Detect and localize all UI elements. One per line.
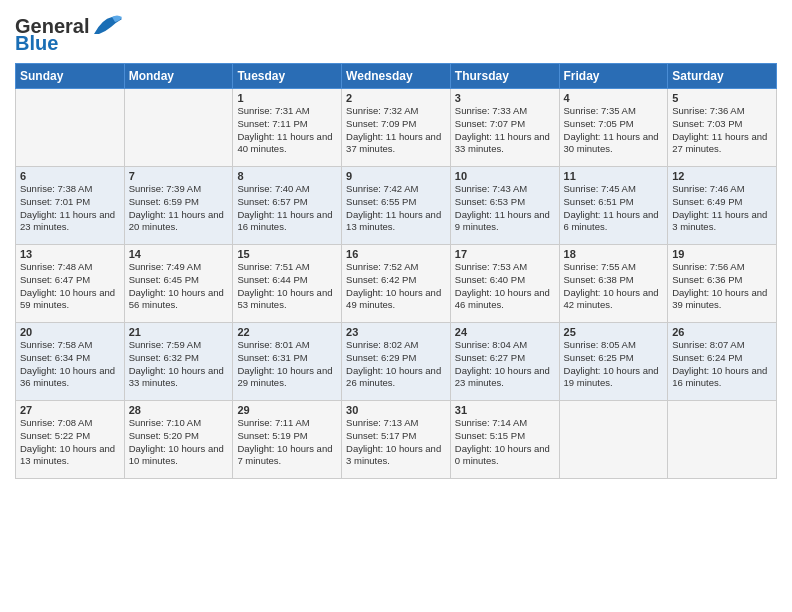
day-number: 14 [129,248,229,260]
calendar-cell: 22Sunrise: 8:01 AM Sunset: 6:31 PM Dayli… [233,323,342,401]
col-header-monday: Monday [124,64,233,89]
week-row: 1Sunrise: 7:31 AM Sunset: 7:11 PM Daylig… [16,89,777,167]
calendar-cell: 15Sunrise: 7:51 AM Sunset: 6:44 PM Dayli… [233,245,342,323]
calendar-cell: 30Sunrise: 7:13 AM Sunset: 5:17 PM Dayli… [342,401,451,479]
calendar-cell: 6Sunrise: 7:38 AM Sunset: 7:01 PM Daylig… [16,167,125,245]
calendar-cell: 8Sunrise: 7:40 AM Sunset: 6:57 PM Daylig… [233,167,342,245]
calendar-cell [16,89,125,167]
day-number: 5 [672,92,772,104]
calendar-cell: 2Sunrise: 7:32 AM Sunset: 7:09 PM Daylig… [342,89,451,167]
calendar-cell: 19Sunrise: 7:56 AM Sunset: 6:36 PM Dayli… [668,245,777,323]
calendar-cell: 26Sunrise: 8:07 AM Sunset: 6:24 PM Dayli… [668,323,777,401]
day-info: Sunrise: 7:10 AM Sunset: 5:20 PM Dayligh… [129,417,229,468]
day-info: Sunrise: 7:49 AM Sunset: 6:45 PM Dayligh… [129,261,229,312]
day-number: 9 [346,170,446,182]
day-number: 23 [346,326,446,338]
day-number: 1 [237,92,337,104]
calendar-cell: 21Sunrise: 7:59 AM Sunset: 6:32 PM Dayli… [124,323,233,401]
logo-wrapper: General Blue [15,14,124,55]
day-info: Sunrise: 7:31 AM Sunset: 7:11 PM Dayligh… [237,105,337,156]
day-info: Sunrise: 8:04 AM Sunset: 6:27 PM Dayligh… [455,339,555,390]
day-number: 28 [129,404,229,416]
calendar-cell: 5Sunrise: 7:36 AM Sunset: 7:03 PM Daylig… [668,89,777,167]
day-info: Sunrise: 7:40 AM Sunset: 6:57 PM Dayligh… [237,183,337,234]
day-number: 15 [237,248,337,260]
calendar-cell: 13Sunrise: 7:48 AM Sunset: 6:47 PM Dayli… [16,245,125,323]
day-number: 21 [129,326,229,338]
week-row: 13Sunrise: 7:48 AM Sunset: 6:47 PM Dayli… [16,245,777,323]
day-number: 13 [20,248,120,260]
day-info: Sunrise: 8:01 AM Sunset: 6:31 PM Dayligh… [237,339,337,390]
day-number: 11 [564,170,664,182]
calendar-cell: 1Sunrise: 7:31 AM Sunset: 7:11 PM Daylig… [233,89,342,167]
day-info: Sunrise: 7:39 AM Sunset: 6:59 PM Dayligh… [129,183,229,234]
calendar-cell: 9Sunrise: 7:42 AM Sunset: 6:55 PM Daylig… [342,167,451,245]
day-number: 31 [455,404,555,416]
day-info: Sunrise: 7:56 AM Sunset: 6:36 PM Dayligh… [672,261,772,312]
day-info: Sunrise: 7:55 AM Sunset: 6:38 PM Dayligh… [564,261,664,312]
calendar-cell: 23Sunrise: 8:02 AM Sunset: 6:29 PM Dayli… [342,323,451,401]
day-number: 27 [20,404,120,416]
day-number: 19 [672,248,772,260]
calendar-cell: 20Sunrise: 7:58 AM Sunset: 6:34 PM Dayli… [16,323,125,401]
calendar-cell: 16Sunrise: 7:52 AM Sunset: 6:42 PM Dayli… [342,245,451,323]
page-header: General Blue [15,10,777,55]
day-number: 30 [346,404,446,416]
calendar-cell: 17Sunrise: 7:53 AM Sunset: 6:40 PM Dayli… [450,245,559,323]
day-number: 10 [455,170,555,182]
day-number: 18 [564,248,664,260]
day-number: 26 [672,326,772,338]
day-number: 12 [672,170,772,182]
calendar-cell: 7Sunrise: 7:39 AM Sunset: 6:59 PM Daylig… [124,167,233,245]
calendar-cell: 25Sunrise: 8:05 AM Sunset: 6:25 PM Dayli… [559,323,668,401]
calendar-cell: 4Sunrise: 7:35 AM Sunset: 7:05 PM Daylig… [559,89,668,167]
day-info: Sunrise: 7:35 AM Sunset: 7:05 PM Dayligh… [564,105,664,156]
day-number: 2 [346,92,446,104]
calendar-cell: 28Sunrise: 7:10 AM Sunset: 5:20 PM Dayli… [124,401,233,479]
col-header-saturday: Saturday [668,64,777,89]
day-info: Sunrise: 7:58 AM Sunset: 6:34 PM Dayligh… [20,339,120,390]
day-info: Sunrise: 7:13 AM Sunset: 5:17 PM Dayligh… [346,417,446,468]
day-number: 8 [237,170,337,182]
day-info: Sunrise: 7:32 AM Sunset: 7:09 PM Dayligh… [346,105,446,156]
day-number: 29 [237,404,337,416]
day-info: Sunrise: 7:11 AM Sunset: 5:19 PM Dayligh… [237,417,337,468]
day-info: Sunrise: 7:42 AM Sunset: 6:55 PM Dayligh… [346,183,446,234]
day-number: 25 [564,326,664,338]
day-number: 17 [455,248,555,260]
col-header-wednesday: Wednesday [342,64,451,89]
calendar-table: SundayMondayTuesdayWednesdayThursdayFrid… [15,63,777,479]
day-number: 3 [455,92,555,104]
page-container: General Blue SundayMondayTuesdayWednesda… [0,0,792,489]
col-header-sunday: Sunday [16,64,125,89]
day-info: Sunrise: 8:05 AM Sunset: 6:25 PM Dayligh… [564,339,664,390]
calendar-cell: 10Sunrise: 7:43 AM Sunset: 6:53 PM Dayli… [450,167,559,245]
day-info: Sunrise: 8:07 AM Sunset: 6:24 PM Dayligh… [672,339,772,390]
day-number: 22 [237,326,337,338]
week-row: 20Sunrise: 7:58 AM Sunset: 6:34 PM Dayli… [16,323,777,401]
day-info: Sunrise: 7:53 AM Sunset: 6:40 PM Dayligh… [455,261,555,312]
day-info: Sunrise: 7:38 AM Sunset: 7:01 PM Dayligh… [20,183,120,234]
day-info: Sunrise: 8:02 AM Sunset: 6:29 PM Dayligh… [346,339,446,390]
week-row: 27Sunrise: 7:08 AM Sunset: 5:22 PM Dayli… [16,401,777,479]
calendar-cell [124,89,233,167]
calendar-cell: 12Sunrise: 7:46 AM Sunset: 6:49 PM Dayli… [668,167,777,245]
col-header-friday: Friday [559,64,668,89]
day-info: Sunrise: 7:52 AM Sunset: 6:42 PM Dayligh… [346,261,446,312]
day-info: Sunrise: 7:51 AM Sunset: 6:44 PM Dayligh… [237,261,337,312]
calendar-cell [559,401,668,479]
calendar-cell: 3Sunrise: 7:33 AM Sunset: 7:07 PM Daylig… [450,89,559,167]
day-info: Sunrise: 7:59 AM Sunset: 6:32 PM Dayligh… [129,339,229,390]
day-number: 20 [20,326,120,338]
day-number: 24 [455,326,555,338]
calendar-cell [668,401,777,479]
day-info: Sunrise: 7:48 AM Sunset: 6:47 PM Dayligh… [20,261,120,312]
calendar-cell: 18Sunrise: 7:55 AM Sunset: 6:38 PM Dayli… [559,245,668,323]
day-info: Sunrise: 7:43 AM Sunset: 6:53 PM Dayligh… [455,183,555,234]
col-header-tuesday: Tuesday [233,64,342,89]
col-header-thursday: Thursday [450,64,559,89]
calendar-cell: 29Sunrise: 7:11 AM Sunset: 5:19 PM Dayli… [233,401,342,479]
logo-bird-icon [92,14,124,38]
day-number: 6 [20,170,120,182]
week-row: 6Sunrise: 7:38 AM Sunset: 7:01 PM Daylig… [16,167,777,245]
